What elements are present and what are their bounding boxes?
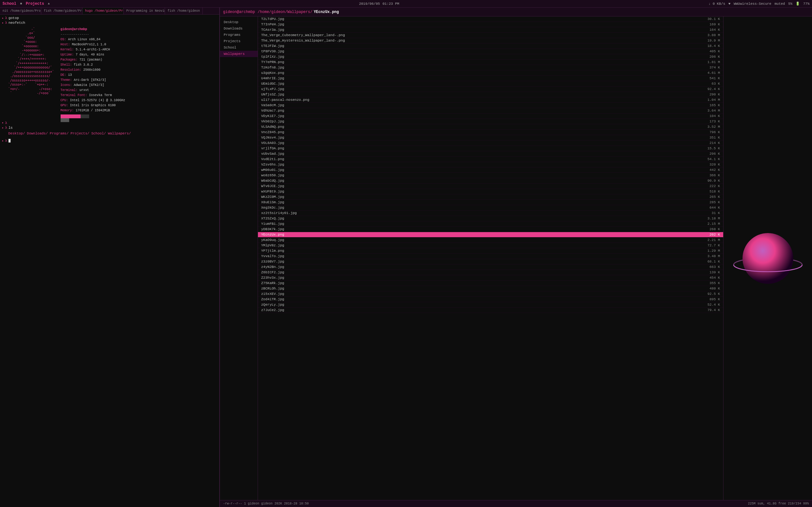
file-row[interactable]: Zod4iTR.jpg895 K [258,297,723,302]
file-name: tplFlXz.jpg [261,55,701,59]
file-row[interactable]: XT2SZxQ.jpg3.18 M [258,216,723,221]
file-row[interactable]: VudE2ti.png54.1 K [258,157,723,162]
footer-stats: 225M sum, 41.8G free 219/234 99% [748,502,809,505]
progress-rest [61,118,69,122]
file-name: UEmidGC.jpg [261,82,701,86]
file-row[interactable]: UNfjsSZ.jpg290 K [258,92,723,97]
file-row[interactable]: X8uEiSm.jpg285 K [258,200,723,205]
file-row[interactable]: YiumFBi.jpg2.15 M [258,221,723,227]
prompt-icon-3: ▸ [2,121,4,125]
file-row[interactable]: tTEJFIW.jpg18.4 K [258,44,723,49]
sidebar-item-school[interactable]: School [220,44,258,51]
file-size: 30.1 K [701,17,720,21]
tab-5[interactable]: fish /home/gideon [165,8,203,14]
file-name: z3z0BV7.jpg [261,260,701,264]
file-row[interactable]: yDB3K7k.jpg268 K [258,227,723,232]
file-row[interactable]: xz2t5siri4y01.jpg31 K [258,211,723,216]
app-school[interactable]: School [3,2,16,6]
file-row[interactable]: zQeryLy.jpg52.4 K [258,302,723,307]
file-row[interactable]: U4mhrIE.jpg541 K [258,76,723,81]
file-row[interactable]: TCAsr3a.jpg164 K [258,27,723,33]
file-row[interactable]: z7JuCe2.jpg79.4 K [258,307,723,313]
tab-1[interactable]: nit /home/gideon/Projects/TechStack/Web [0,8,41,14]
file-row[interactable]: The_Verge_Hysteresis_Wallpaper_land-.png… [258,38,723,44]
file-row[interactable]: yKaO9uq.jpg2.21 M [258,237,723,243]
si-de-val: i3 [68,73,72,77]
prompt-icon-2: ▸ [2,21,4,25]
file-row[interactable]: YMlpV8z.jpg72.7 K [258,243,723,248]
file-row[interactable]: VDyKiE7.jpg104 K [258,114,723,119]
file-row[interactable]: u3gqKox.png4.61 M [258,70,723,76]
ls-school: School/ [91,131,106,136]
file-row[interactable]: VLSAdNQ.png3.52 M [258,124,723,130]
file-name: u3gqKox.png [261,71,701,75]
file-row[interactable]: zi5xXEV.jpg92.5 K [258,291,723,297]
file-size: 92.5 K [701,292,720,296]
app-projects[interactable]: Projects [26,2,44,6]
si-gpu-val: Intel Iris Graphics 6100 [70,104,116,107]
file-row[interactable]: WKzZC0M.jpg265 K [258,194,723,200]
file-row[interactable]: WTv0JCE.jpg222 K [258,183,723,189]
file-name: The_Verge_Hysteresis_Wallpaper_land-.png [261,39,701,43]
file-row[interactable]: wo8z650.jpg366 K [258,173,723,178]
file-name: Zod4iTR.jpg [261,297,701,301]
cmd-cursor[interactable]: █ [9,138,11,143]
sidebar-item-wallpapers[interactable]: Wallpapers [220,51,258,57]
sidebar-item-downloads[interactable]: Downloads [220,25,258,32]
file-row[interactable]: VncZ845.png796 K [258,130,723,135]
file-row[interactable]: zBCRLOh.jpg480 K [258,286,723,291]
file-row[interactable]: TY7ePRN.png1.81 M [258,60,723,65]
file-row[interactable]: tP8FV30.jpg405 K [258,49,723,54]
file-size: 3.48 M [701,254,720,258]
fm-sidebar: Desktop Downloads Programs Projects Scho… [220,16,258,500]
file-row[interactable]: VaSa0cM.jpg165 K [258,103,723,108]
tab-3[interactable]: hugo /home/gideon/Projects/TechStack/Web [83,8,124,14]
file-size: 15.5 K [701,147,720,150]
file-row[interactable]: The_Verge_Cubeometry_Wallpaper_land-.png… [258,33,723,38]
file-row[interactable]: ujTLxPJ.jpg92.4 K [258,87,723,92]
file-row[interactable]: YEcnzUx.png202 K [258,232,723,237]
file-row[interactable]: VOL8A03.jpg214 K [258,140,723,146]
file-row[interactable]: T7InPeH.jpg169 K [258,22,723,27]
file-row[interactable]: z4yN2Bn.jpg663 K [258,265,723,270]
file-row[interactable]: z3z0BV7.jpg68.1 K [258,259,723,265]
si-mem-val: 1761MiB / 15942MiB [76,109,110,112]
file-row[interactable]: TzKofn8.jpg374 K [258,65,723,70]
file-size: 442 K [701,168,720,172]
si-mem-key: Memory: [61,109,76,112]
file-pane: gideon@archmbp /home/gideon/Wallpapers/Y… [220,8,812,507]
file-row[interactable]: YvvalTo.jpg3.48 M [258,253,723,259]
file-row[interactable]: VQJNsv4.jpg351 K [258,135,723,140]
file-row[interactable]: Xeg3kDc.jpg644 K [258,205,723,211]
sidebar-item-programs[interactable]: Programs [220,32,258,38]
file-row[interactable]: VdhUac7.png3.64 M [258,108,723,114]
memory-progress [61,114,125,118]
sidebar-item-projects[interactable]: Projects [220,38,258,44]
file-row[interactable]: tplFlXz.jpg206 K [258,54,723,60]
file-row[interactable]: vUbvSad.jpg296 K [258,151,723,157]
sidebar-item-desktop[interactable]: Desktop [220,19,258,25]
file-size: 366 K [701,173,720,177]
file-row[interactable]: Z6bICF2.jpg139 K [258,270,723,275]
file-row[interactable]: UEmidGC.jpg63 K [258,81,723,87]
file-name: VudE2ti.png [261,157,701,161]
file-row[interactable]: wXUFBt9.jpg518 K [258,189,723,194]
file-row[interactable]: YP7jtlm.png1.29 M [258,248,723,253]
file-row[interactable]: Z23hv3x.jpg454 K [258,275,723,281]
file-row[interactable]: W0abCdQ.jpg90.9 K [258,178,723,183]
tab-4[interactable]: Programming in Neovim :: Gideon Wolfe [124,8,165,14]
file-size: 164 K [701,28,720,32]
file-row[interactable]: T2LTdPU.jpg30.1 K [258,16,723,22]
date: 2019/06/05 [359,2,380,6]
file-row[interactable]: VZsv6hs.jpg320 K [258,162,723,167]
file-name: zBCRLOh.jpg [261,287,701,290]
file-row[interactable]: vrjlfOA.png15.5 K [258,146,723,151]
file-row[interactable]: ul17-pascal-nosenzo.png1.04 M [258,97,723,103]
file-row[interactable]: wM06u0i.jpg442 K [258,167,723,173]
file-size: 31 K [701,211,720,215]
file-row[interactable]: Vkb02pJ.jpg173 K [258,119,723,124]
tab-2[interactable]: fish /home/gideon/Projects/TechStack/Web [41,8,83,14]
file-row[interactable]: Z75KaRk.jpg355 K [258,281,723,286]
fm-filelist[interactable]: T2LTdPU.jpg30.1 KT7InPeH.jpg169 KTCAsr3a… [258,16,723,500]
sysinfo-user: gideon@archmbp [61,27,87,31]
